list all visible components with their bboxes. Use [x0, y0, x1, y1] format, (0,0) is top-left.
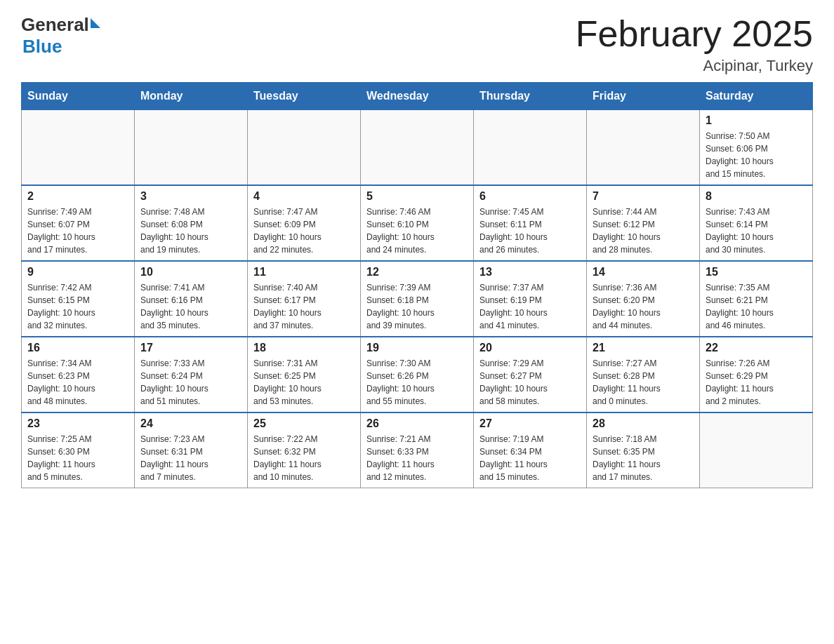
weekday-header-wednesday: Wednesday [361, 83, 474, 110]
day-info: Sunrise: 7:19 AM Sunset: 6:34 PM Dayligh… [479, 433, 581, 483]
calendar-cell: 7Sunrise: 7:44 AM Sunset: 6:12 PM Daylig… [587, 185, 700, 261]
day-info: Sunrise: 7:33 AM Sunset: 6:24 PM Dayligh… [140, 357, 241, 408]
calendar-cell [700, 412, 813, 488]
day-info: Sunrise: 7:40 AM Sunset: 6:17 PM Dayligh… [253, 281, 355, 332]
calendar-table: SundayMondayTuesdayWednesdayThursdayFrid… [21, 82, 813, 488]
day-number: 6 [479, 190, 581, 203]
calendar-cell: 17Sunrise: 7:33 AM Sunset: 6:24 PM Dayli… [135, 337, 248, 412]
calendar-cell: 27Sunrise: 7:19 AM Sunset: 6:34 PM Dayli… [474, 412, 587, 488]
title-section: February 2025 Acipinar, Turkey [576, 14, 813, 75]
calendar-cell: 15Sunrise: 7:35 AM Sunset: 6:21 PM Dayli… [700, 261, 813, 337]
calendar-cell: 22Sunrise: 7:26 AM Sunset: 6:29 PM Dayli… [700, 337, 813, 412]
weekday-header-monday: Monday [135, 83, 248, 110]
day-info: Sunrise: 7:47 AM Sunset: 6:09 PM Dayligh… [253, 206, 355, 256]
day-info: Sunrise: 7:41 AM Sunset: 6:16 PM Dayligh… [140, 281, 241, 332]
day-number: 26 [366, 417, 468, 430]
calendar-cell: 13Sunrise: 7:37 AM Sunset: 6:19 PM Dayli… [474, 261, 587, 337]
week-row-4: 23Sunrise: 7:25 AM Sunset: 6:30 PM Dayli… [22, 412, 813, 488]
day-number: 10 [140, 266, 241, 279]
calendar-cell: 10Sunrise: 7:41 AM Sunset: 6:16 PM Dayli… [135, 261, 248, 337]
week-row-1: 2Sunrise: 7:49 AM Sunset: 6:07 PM Daylig… [22, 185, 813, 261]
day-number: 4 [253, 190, 355, 203]
day-info: Sunrise: 7:31 AM Sunset: 6:25 PM Dayligh… [253, 357, 355, 408]
day-info: Sunrise: 7:30 AM Sunset: 6:26 PM Dayligh… [366, 357, 468, 408]
week-row-0: 1Sunrise: 7:50 AM Sunset: 6:06 PM Daylig… [22, 110, 813, 186]
page-header: General Blue February 2025 Acipinar, Tur… [21, 14, 813, 75]
day-number: 1 [706, 114, 807, 127]
day-number: 18 [253, 342, 355, 354]
day-number: 7 [593, 190, 694, 203]
calendar-cell [135, 110, 248, 186]
day-info: Sunrise: 7:35 AM Sunset: 6:21 PM Dayligh… [706, 281, 807, 332]
day-info: Sunrise: 7:46 AM Sunset: 6:10 PM Dayligh… [366, 206, 468, 256]
day-info: Sunrise: 7:18 AM Sunset: 6:35 PM Dayligh… [593, 433, 694, 483]
day-number: 9 [27, 266, 128, 279]
calendar-cell: 8Sunrise: 7:43 AM Sunset: 6:14 PM Daylig… [700, 185, 813, 261]
calendar-cell: 1Sunrise: 7:50 AM Sunset: 6:06 PM Daylig… [700, 110, 813, 186]
day-info: Sunrise: 7:22 AM Sunset: 6:32 PM Dayligh… [253, 433, 355, 483]
calendar-cell [361, 110, 474, 186]
day-number: 12 [366, 266, 468, 279]
calendar-cell: 21Sunrise: 7:27 AM Sunset: 6:28 PM Dayli… [587, 337, 700, 412]
calendar-cell: 20Sunrise: 7:29 AM Sunset: 6:27 PM Dayli… [474, 337, 587, 412]
calendar-cell: 16Sunrise: 7:34 AM Sunset: 6:23 PM Dayli… [22, 337, 135, 412]
day-info: Sunrise: 7:45 AM Sunset: 6:11 PM Dayligh… [479, 206, 581, 256]
calendar-cell: 24Sunrise: 7:23 AM Sunset: 6:31 PM Dayli… [135, 412, 248, 488]
calendar-cell: 12Sunrise: 7:39 AM Sunset: 6:18 PM Dayli… [361, 261, 474, 337]
day-info: Sunrise: 7:29 AM Sunset: 6:27 PM Dayligh… [479, 357, 581, 408]
calendar-title: February 2025 [576, 14, 813, 54]
day-number: 19 [366, 342, 468, 354]
day-info: Sunrise: 7:48 AM Sunset: 6:08 PM Dayligh… [140, 206, 241, 256]
day-info: Sunrise: 7:36 AM Sunset: 6:20 PM Dayligh… [593, 281, 694, 332]
day-number: 8 [706, 190, 807, 203]
logo-arrow-icon [91, 18, 100, 28]
day-info: Sunrise: 7:42 AM Sunset: 6:15 PM Dayligh… [27, 281, 128, 332]
weekday-header-saturday: Saturday [700, 83, 813, 110]
week-row-3: 16Sunrise: 7:34 AM Sunset: 6:23 PM Dayli… [22, 337, 813, 412]
day-number: 21 [593, 342, 694, 354]
day-number: 25 [253, 417, 355, 430]
day-number: 16 [27, 342, 128, 354]
day-number: 20 [479, 342, 581, 354]
calendar-cell: 11Sunrise: 7:40 AM Sunset: 6:17 PM Dayli… [248, 261, 361, 337]
weekday-header-sunday: Sunday [22, 83, 135, 110]
day-number: 24 [140, 417, 241, 430]
day-number: 22 [706, 342, 807, 354]
day-info: Sunrise: 7:23 AM Sunset: 6:31 PM Dayligh… [140, 433, 241, 483]
day-info: Sunrise: 7:39 AM Sunset: 6:18 PM Dayligh… [366, 281, 468, 332]
day-number: 23 [27, 417, 128, 430]
calendar-cell: 5Sunrise: 7:46 AM Sunset: 6:10 PM Daylig… [361, 185, 474, 261]
calendar-cell: 18Sunrise: 7:31 AM Sunset: 6:25 PM Dayli… [248, 337, 361, 412]
logo-blue-text: Blue [22, 36, 62, 58]
calendar-cell [474, 110, 587, 186]
day-info: Sunrise: 7:25 AM Sunset: 6:30 PM Dayligh… [27, 433, 128, 483]
logo-general-text: General [21, 14, 89, 36]
day-number: 13 [479, 266, 581, 279]
calendar-cell: 3Sunrise: 7:48 AM Sunset: 6:08 PM Daylig… [135, 185, 248, 261]
calendar-cell: 9Sunrise: 7:42 AM Sunset: 6:15 PM Daylig… [22, 261, 135, 337]
day-number: 14 [593, 266, 694, 279]
day-number: 28 [593, 417, 694, 430]
day-info: Sunrise: 7:26 AM Sunset: 6:29 PM Dayligh… [706, 357, 807, 408]
day-number: 15 [706, 266, 807, 279]
calendar-cell: 26Sunrise: 7:21 AM Sunset: 6:33 PM Dayli… [361, 412, 474, 488]
calendar-cell [22, 110, 135, 186]
day-info: Sunrise: 7:34 AM Sunset: 6:23 PM Dayligh… [27, 357, 128, 408]
weekday-header-tuesday: Tuesday [248, 83, 361, 110]
weekday-header-friday: Friday [587, 83, 700, 110]
weekday-header-thursday: Thursday [474, 83, 587, 110]
day-info: Sunrise: 7:44 AM Sunset: 6:12 PM Dayligh… [593, 206, 694, 256]
calendar-cell: 4Sunrise: 7:47 AM Sunset: 6:09 PM Daylig… [248, 185, 361, 261]
day-number: 3 [140, 190, 241, 203]
day-number: 17 [140, 342, 241, 354]
day-info: Sunrise: 7:37 AM Sunset: 6:19 PM Dayligh… [479, 281, 581, 332]
day-info: Sunrise: 7:43 AM Sunset: 6:14 PM Dayligh… [706, 206, 807, 256]
day-number: 2 [27, 190, 128, 203]
calendar-cell: 2Sunrise: 7:49 AM Sunset: 6:07 PM Daylig… [22, 185, 135, 261]
logo: General Blue [21, 14, 100, 58]
calendar-cell [248, 110, 361, 186]
day-info: Sunrise: 7:49 AM Sunset: 6:07 PM Dayligh… [27, 206, 128, 256]
day-number: 27 [479, 417, 581, 430]
calendar-cell: 28Sunrise: 7:18 AM Sunset: 6:35 PM Dayli… [587, 412, 700, 488]
weekday-header-row: SundayMondayTuesdayWednesdayThursdayFrid… [22, 83, 813, 110]
